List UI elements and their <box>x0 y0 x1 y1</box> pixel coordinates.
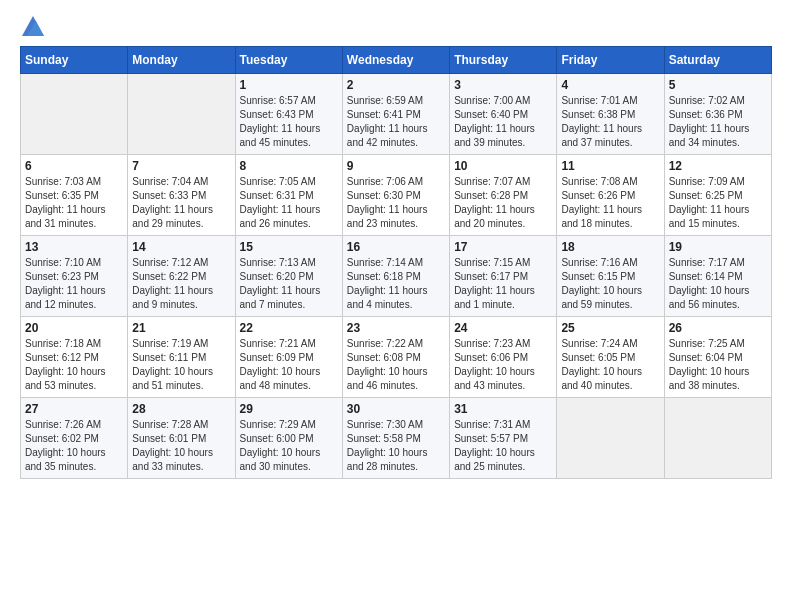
day-info: Sunrise: 7:26 AM Sunset: 6:02 PM Dayligh… <box>25 418 123 474</box>
day-number: 16 <box>347 240 445 254</box>
day-number: 26 <box>669 321 767 335</box>
day-info: Sunrise: 7:08 AM Sunset: 6:26 PM Dayligh… <box>561 175 659 231</box>
calendar-cell: 4Sunrise: 7:01 AM Sunset: 6:38 PM Daylig… <box>557 74 664 155</box>
day-info: Sunrise: 7:17 AM Sunset: 6:14 PM Dayligh… <box>669 256 767 312</box>
calendar-cell: 17Sunrise: 7:15 AM Sunset: 6:17 PM Dayli… <box>450 236 557 317</box>
day-number: 20 <box>25 321 123 335</box>
day-number: 14 <box>132 240 230 254</box>
calendar-cell: 7Sunrise: 7:04 AM Sunset: 6:33 PM Daylig… <box>128 155 235 236</box>
calendar-cell: 8Sunrise: 7:05 AM Sunset: 6:31 PM Daylig… <box>235 155 342 236</box>
calendar-cell: 31Sunrise: 7:31 AM Sunset: 5:57 PM Dayli… <box>450 398 557 479</box>
day-header-friday: Friday <box>557 47 664 74</box>
day-number: 5 <box>669 78 767 92</box>
calendar-cell: 15Sunrise: 7:13 AM Sunset: 6:20 PM Dayli… <box>235 236 342 317</box>
day-number: 6 <box>25 159 123 173</box>
day-number: 28 <box>132 402 230 416</box>
day-info: Sunrise: 7:29 AM Sunset: 6:00 PM Dayligh… <box>240 418 338 474</box>
day-number: 10 <box>454 159 552 173</box>
day-info: Sunrise: 7:02 AM Sunset: 6:36 PM Dayligh… <box>669 94 767 150</box>
day-number: 24 <box>454 321 552 335</box>
calendar-cell: 20Sunrise: 7:18 AM Sunset: 6:12 PM Dayli… <box>21 317 128 398</box>
day-header-sunday: Sunday <box>21 47 128 74</box>
calendar-week-3: 13Sunrise: 7:10 AM Sunset: 6:23 PM Dayli… <box>21 236 772 317</box>
day-number: 2 <box>347 78 445 92</box>
calendar-cell: 30Sunrise: 7:30 AM Sunset: 5:58 PM Dayli… <box>342 398 449 479</box>
calendar-cell: 13Sunrise: 7:10 AM Sunset: 6:23 PM Dayli… <box>21 236 128 317</box>
day-info: Sunrise: 7:25 AM Sunset: 6:04 PM Dayligh… <box>669 337 767 393</box>
calendar-cell: 10Sunrise: 7:07 AM Sunset: 6:28 PM Dayli… <box>450 155 557 236</box>
day-header-tuesday: Tuesday <box>235 47 342 74</box>
calendar-cell: 25Sunrise: 7:24 AM Sunset: 6:05 PM Dayli… <box>557 317 664 398</box>
day-number: 25 <box>561 321 659 335</box>
day-info: Sunrise: 7:05 AM Sunset: 6:31 PM Dayligh… <box>240 175 338 231</box>
calendar-cell <box>21 74 128 155</box>
day-info: Sunrise: 7:07 AM Sunset: 6:28 PM Dayligh… <box>454 175 552 231</box>
day-info: Sunrise: 7:09 AM Sunset: 6:25 PM Dayligh… <box>669 175 767 231</box>
day-info: Sunrise: 7:22 AM Sunset: 6:08 PM Dayligh… <box>347 337 445 393</box>
day-header-wednesday: Wednesday <box>342 47 449 74</box>
day-info: Sunrise: 7:06 AM Sunset: 6:30 PM Dayligh… <box>347 175 445 231</box>
day-info: Sunrise: 7:21 AM Sunset: 6:09 PM Dayligh… <box>240 337 338 393</box>
day-info: Sunrise: 7:28 AM Sunset: 6:01 PM Dayligh… <box>132 418 230 474</box>
calendar-week-4: 20Sunrise: 7:18 AM Sunset: 6:12 PM Dayli… <box>21 317 772 398</box>
day-info: Sunrise: 7:15 AM Sunset: 6:17 PM Dayligh… <box>454 256 552 312</box>
day-header-saturday: Saturday <box>664 47 771 74</box>
calendar-week-1: 1Sunrise: 6:57 AM Sunset: 6:43 PM Daylig… <box>21 74 772 155</box>
day-info: Sunrise: 7:00 AM Sunset: 6:40 PM Dayligh… <box>454 94 552 150</box>
calendar-cell: 24Sunrise: 7:23 AM Sunset: 6:06 PM Dayli… <box>450 317 557 398</box>
calendar-week-2: 6Sunrise: 7:03 AM Sunset: 6:35 PM Daylig… <box>21 155 772 236</box>
calendar-cell: 19Sunrise: 7:17 AM Sunset: 6:14 PM Dayli… <box>664 236 771 317</box>
calendar-cell: 12Sunrise: 7:09 AM Sunset: 6:25 PM Dayli… <box>664 155 771 236</box>
day-number: 7 <box>132 159 230 173</box>
day-info: Sunrise: 6:59 AM Sunset: 6:41 PM Dayligh… <box>347 94 445 150</box>
calendar-cell: 14Sunrise: 7:12 AM Sunset: 6:22 PM Dayli… <box>128 236 235 317</box>
day-number: 13 <box>25 240 123 254</box>
day-info: Sunrise: 7:18 AM Sunset: 6:12 PM Dayligh… <box>25 337 123 393</box>
calendar-cell: 5Sunrise: 7:02 AM Sunset: 6:36 PM Daylig… <box>664 74 771 155</box>
calendar-cell: 11Sunrise: 7:08 AM Sunset: 6:26 PM Dayli… <box>557 155 664 236</box>
day-info: Sunrise: 7:23 AM Sunset: 6:06 PM Dayligh… <box>454 337 552 393</box>
day-number: 4 <box>561 78 659 92</box>
day-number: 1 <box>240 78 338 92</box>
calendar-cell <box>557 398 664 479</box>
day-header-thursday: Thursday <box>450 47 557 74</box>
day-info: Sunrise: 7:31 AM Sunset: 5:57 PM Dayligh… <box>454 418 552 474</box>
day-number: 9 <box>347 159 445 173</box>
day-info: Sunrise: 7:03 AM Sunset: 6:35 PM Dayligh… <box>25 175 123 231</box>
day-number: 21 <box>132 321 230 335</box>
day-info: Sunrise: 7:10 AM Sunset: 6:23 PM Dayligh… <box>25 256 123 312</box>
calendar-cell: 18Sunrise: 7:16 AM Sunset: 6:15 PM Dayli… <box>557 236 664 317</box>
day-info: Sunrise: 6:57 AM Sunset: 6:43 PM Dayligh… <box>240 94 338 150</box>
day-info: Sunrise: 7:19 AM Sunset: 6:11 PM Dayligh… <box>132 337 230 393</box>
day-info: Sunrise: 7:04 AM Sunset: 6:33 PM Dayligh… <box>132 175 230 231</box>
day-number: 23 <box>347 321 445 335</box>
day-number: 18 <box>561 240 659 254</box>
day-number: 22 <box>240 321 338 335</box>
day-number: 17 <box>454 240 552 254</box>
calendar-week-5: 27Sunrise: 7:26 AM Sunset: 6:02 PM Dayli… <box>21 398 772 479</box>
day-number: 8 <box>240 159 338 173</box>
day-number: 27 <box>25 402 123 416</box>
calendar-cell <box>664 398 771 479</box>
calendar-cell: 9Sunrise: 7:06 AM Sunset: 6:30 PM Daylig… <box>342 155 449 236</box>
calendar-cell <box>128 74 235 155</box>
day-info: Sunrise: 7:30 AM Sunset: 5:58 PM Dayligh… <box>347 418 445 474</box>
calendar-header-row: SundayMondayTuesdayWednesdayThursdayFrid… <box>21 47 772 74</box>
calendar-table: SundayMondayTuesdayWednesdayThursdayFrid… <box>20 46 772 479</box>
calendar-cell: 3Sunrise: 7:00 AM Sunset: 6:40 PM Daylig… <box>450 74 557 155</box>
calendar-cell: 26Sunrise: 7:25 AM Sunset: 6:04 PM Dayli… <box>664 317 771 398</box>
calendar-cell: 29Sunrise: 7:29 AM Sunset: 6:00 PM Dayli… <box>235 398 342 479</box>
calendar-cell: 23Sunrise: 7:22 AM Sunset: 6:08 PM Dayli… <box>342 317 449 398</box>
day-info: Sunrise: 7:14 AM Sunset: 6:18 PM Dayligh… <box>347 256 445 312</box>
calendar-cell: 28Sunrise: 7:28 AM Sunset: 6:01 PM Dayli… <box>128 398 235 479</box>
calendar-cell: 16Sunrise: 7:14 AM Sunset: 6:18 PM Dayli… <box>342 236 449 317</box>
calendar-cell: 27Sunrise: 7:26 AM Sunset: 6:02 PM Dayli… <box>21 398 128 479</box>
day-number: 31 <box>454 402 552 416</box>
day-info: Sunrise: 7:01 AM Sunset: 6:38 PM Dayligh… <box>561 94 659 150</box>
day-info: Sunrise: 7:12 AM Sunset: 6:22 PM Dayligh… <box>132 256 230 312</box>
day-number: 12 <box>669 159 767 173</box>
day-number: 3 <box>454 78 552 92</box>
day-number: 30 <box>347 402 445 416</box>
calendar-cell: 1Sunrise: 6:57 AM Sunset: 6:43 PM Daylig… <box>235 74 342 155</box>
page-header <box>20 20 772 36</box>
